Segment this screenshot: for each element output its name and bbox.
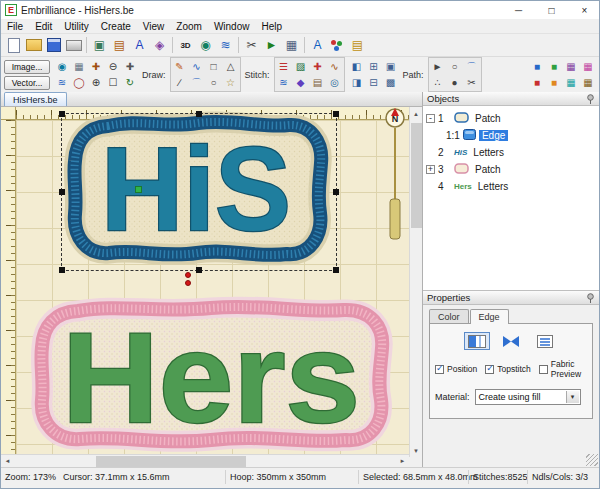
collapse-icon[interactable]: -	[426, 114, 435, 123]
tree-item-1-1-edge[interactable]: 1:1 Edge	[446, 127, 596, 144]
merge-design-icon[interactable]: ▣	[90, 36, 109, 55]
edge-satin-style-button[interactable]	[498, 332, 524, 350]
selection-handle-w[interactable]	[59, 189, 65, 195]
menu-file[interactable]: File	[1, 21, 29, 32]
minimize-button[interactable]: ─	[504, 1, 533, 19]
topstitch-checkbox[interactable]: Topstitch	[485, 364, 531, 374]
pan-icon[interactable]: ✚	[122, 59, 138, 74]
open-folder-icon[interactable]	[24, 36, 43, 55]
scroll-up-icon[interactable]: ▲	[410, 107, 422, 120]
selection-handle-se[interactable]	[333, 267, 339, 273]
fit-window-icon[interactable]: ☐	[105, 75, 121, 90]
tree-item-1-patch[interactable]: - 1 Patch	[426, 110, 596, 127]
menu-zoom[interactable]: Zoom	[170, 21, 208, 32]
print-icon[interactable]	[64, 36, 83, 55]
edge-fill-style-button[interactable]	[464, 332, 490, 350]
grid-icon[interactable]: ▦	[282, 36, 301, 55]
palette-icon[interactable]	[328, 36, 347, 55]
hatch-region-icon[interactable]: ▩	[383, 75, 399, 90]
chevron-down-icon[interactable]: ▾	[566, 391, 579, 403]
selection-handle-e[interactable]	[333, 189, 339, 195]
half-right-icon[interactable]: ◨	[349, 75, 365, 90]
menu-create[interactable]: Create	[95, 21, 137, 32]
simulate-icon[interactable]: ►	[262, 36, 281, 55]
ellipse-icon[interactable]: ○	[206, 75, 222, 90]
menu-window[interactable]: Window	[208, 21, 256, 32]
scissors-icon[interactable]: ✂	[242, 36, 261, 55]
vector-button[interactable]: Vector...	[4, 76, 50, 90]
scroll-right-icon[interactable]: ►	[396, 455, 409, 467]
tab-edge[interactable]: Edge	[470, 309, 509, 324]
material-dropdown[interactable]: Create using fill ▾	[475, 389, 581, 405]
close-button[interactable]: ×	[570, 1, 599, 19]
bean-stitch-icon[interactable]: ∿	[327, 59, 343, 74]
contour-stitch-icon[interactable]: ◎	[327, 75, 343, 90]
node-edit-icon[interactable]: ∴	[430, 75, 446, 90]
selection-handle-sw[interactable]	[59, 267, 65, 273]
zoom-in-icon[interactable]: ⊕	[88, 75, 104, 90]
selection-handle-ne[interactable]	[333, 111, 339, 117]
selection-handle-nw[interactable]	[59, 111, 65, 117]
position-checkbox[interactable]: Position	[435, 364, 477, 374]
image-button[interactable]: Image...	[4, 60, 50, 74]
close-node-icon[interactable]: ●	[447, 75, 463, 90]
scroll-left-icon[interactable]: ◄	[1, 455, 14, 467]
tree-item-label[interactable]: Letters	[475, 181, 512, 192]
redraw-icon[interactable]: ↻	[122, 75, 138, 90]
tab-color[interactable]: Color	[429, 309, 469, 323]
measure-tool[interactable]: N	[381, 108, 409, 258]
tree-item-2-letters[interactable]: 2 HiS Letters	[426, 144, 596, 161]
menu-help[interactable]: Help	[255, 21, 288, 32]
show-hoop-icon[interactable]: ◯	[71, 75, 87, 90]
vertical-scroll-thumb[interactable]	[411, 123, 422, 228]
checkbox-checked-icon[interactable]	[435, 365, 444, 374]
show-stitches-icon[interactable]: ≋	[54, 75, 70, 90]
fill-stitch-icon[interactable]: ▨	[293, 59, 309, 74]
3d-view-icon[interactable]: 3D	[176, 36, 195, 55]
run-stitch-icon[interactable]: ☰	[276, 59, 292, 74]
cross-stitch-icon[interactable]: ✚	[310, 59, 326, 74]
stitch-view-icon[interactable]: ≋	[216, 36, 235, 55]
new-file-icon[interactable]	[4, 36, 23, 55]
resize-grip[interactable]	[586, 454, 598, 466]
text-tool-icon[interactable]: A	[308, 36, 327, 55]
zoom-out-icon[interactable]: ⊖	[105, 59, 121, 74]
block-green-icon[interactable]: ■	[546, 59, 562, 74]
add-region-icon[interactable]: ⊞	[366, 59, 382, 74]
tree-item-label[interactable]: Letters	[470, 147, 507, 158]
motif-stitch-icon[interactable]: ◆	[293, 75, 309, 90]
arc-icon[interactable]: ⌒	[189, 75, 205, 90]
show-design-icon[interactable]: ◉	[54, 59, 70, 74]
lettering-icon[interactable]: A	[130, 36, 149, 55]
expand-icon[interactable]: +	[426, 165, 435, 174]
realistic-view-icon[interactable]: ◉	[196, 36, 215, 55]
block-blue-icon[interactable]: ■	[529, 59, 545, 74]
red-anchor-node[interactable]	[185, 280, 191, 286]
red-anchor-node[interactable]	[185, 272, 191, 278]
merge-region-icon[interactable]: ▣	[383, 59, 399, 74]
rectangle-icon[interactable]: □	[206, 59, 222, 74]
menu-view[interactable]: View	[137, 21, 171, 32]
block-orange-icon[interactable]: ■	[546, 75, 562, 90]
hers-design[interactable]: Hers	[28, 300, 394, 458]
remove-region-icon[interactable]: ⊟	[366, 75, 382, 90]
tree-item-3-patch[interactable]: + 3 Patch	[426, 161, 596, 178]
show-grid-icon[interactable]: ▦	[71, 59, 87, 74]
pin-icon[interactable]	[586, 94, 595, 104]
satin-stitch-icon[interactable]: ≋	[276, 75, 292, 90]
line-icon[interactable]: ∕	[172, 75, 188, 90]
curve-icon[interactable]: ∿	[189, 59, 205, 74]
selection-handle-n[interactable]	[196, 111, 202, 117]
tree-item-label-selected[interactable]: Edge	[479, 130, 508, 141]
tree-item-4-letters[interactable]: 4 Hers Letters	[426, 178, 596, 195]
cut-path-icon[interactable]: ✂	[464, 75, 480, 90]
save-icon[interactable]	[44, 36, 63, 55]
checkbox-unchecked-icon[interactable]	[539, 365, 548, 374]
edge-stitch-list-button[interactable]	[532, 332, 558, 350]
show-origin-icon[interactable]: ✚	[88, 59, 104, 74]
smooth-path-icon[interactable]: ⌒	[464, 59, 480, 74]
quilt-teal-icon[interactable]: ▦	[563, 75, 579, 90]
vertical-scrollbar[interactable]: ▲ ▼	[409, 107, 422, 457]
pencil-icon[interactable]: ✎	[172, 59, 188, 74]
half-left-icon[interactable]: ◧	[349, 59, 365, 74]
